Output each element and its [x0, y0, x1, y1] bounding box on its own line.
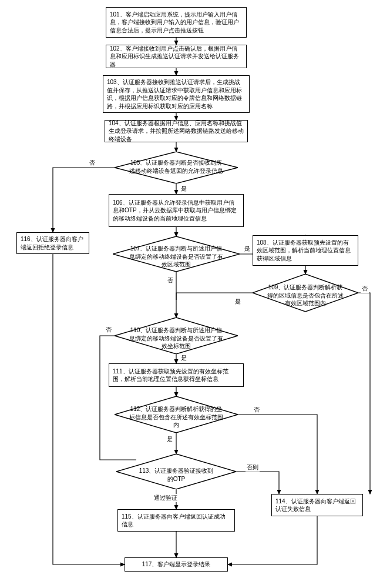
svg-marker-18: [116, 454, 236, 489]
node-text: 116、认证服务器向客户端返回拒绝登录信息: [21, 235, 85, 251]
label-109-yes: 是: [234, 298, 242, 306]
node-117: 117、客户端显示登录结果: [125, 557, 228, 572]
node-text: 114、认证服务器向客户端返回认证失败信息: [275, 497, 359, 513]
node-text: 103、认证服务器接收到推送认证请求后，生成挑战值并保存，从推送认证请求中获取用…: [107, 78, 246, 110]
svg-marker-14: [113, 236, 240, 272]
node-116: 116、认证服务器向客户端返回拒绝登录信息: [16, 232, 89, 254]
node-text: 111、认证服务器获取预先设置的有效坐标范围，解析当前地理位置信息获得坐标信息: [113, 368, 240, 383]
label-113-else: 否则: [246, 463, 260, 472]
label-105-no: 否: [88, 159, 96, 167]
node-text: 104、认证服务器根据用户信息、应用名称和挑战值生成登录请求，并按照所述网络数据…: [109, 119, 244, 143]
svg-marker-17: [115, 396, 238, 433]
label-110-no: 否: [105, 326, 113, 334]
node-108: 108、认证服务器获取预先设置的有效区域范围，解析当前地理位置信息获得区域信息: [253, 235, 358, 266]
label-105-yes: 是: [180, 185, 188, 193]
node-102: 102、客户端接收到用户点击确认后，根据用户信息和应用标识生成推送认证请求并发送…: [106, 45, 247, 68]
node-106: 106、认证服务器从允许登录信息中获取用户信息和OTP，并从云数据库中获取与用户…: [109, 194, 244, 227]
label-110-yes: 是: [180, 354, 188, 362]
svg-marker-15: [253, 274, 358, 312]
node-115: 115、认证服务器向客户端返回认证成功信息: [117, 509, 235, 532]
node-text: 117、客户端显示登录结果: [142, 560, 211, 569]
node-text: 108、认证服务器获取预先设置的有效区域范围，解析当前地理位置信息获得区域信息: [257, 239, 354, 263]
node-103: 103、认证服务器接收到推送认证请求后，生成挑战值并保存，从推送认证请求中获取用…: [103, 75, 250, 113]
node-text: 106、认证服务器从允许登录信息中获取用户信息和OTP，并从云数据库中获取与用户…: [113, 199, 240, 223]
label-107-no: 否: [166, 276, 174, 285]
node-111: 111、认证服务器获取预先设置的有效坐标范围，解析当前地理位置信息获得坐标信息: [109, 363, 244, 387]
label-112-yes: 是: [166, 435, 174, 443]
label-107-yes: 是: [243, 245, 251, 253]
svg-marker-13: [115, 152, 238, 183]
node-text: 101、客户端启动应用系统，提示用户输入用户信息，客户端接收到用户输入的用户信息…: [110, 11, 243, 35]
svg-marker-16: [115, 318, 238, 354]
node-101: 101、客户端启动应用系统，提示用户输入用户信息，客户端接收到用户输入的用户信息…: [106, 7, 247, 38]
label-112-no: 否: [253, 406, 261, 414]
node-text: 102、客户端接收到用户点击确认后，根据用户信息和应用标识生成推送认证请求并发送…: [110, 45, 243, 69]
node-text: 115、认证服务器向客户端返回认证成功信息: [122, 513, 231, 529]
node-104: 104、认证服务器根据用户信息、应用名称和挑战值生成登录请求，并按照所述网络数据…: [105, 120, 248, 142]
node-114: 114、认证服务器向客户端返回认证失败信息: [271, 494, 363, 516]
label-109-no: 否: [361, 285, 369, 293]
label-113-pass: 通过验证: [153, 494, 179, 502]
